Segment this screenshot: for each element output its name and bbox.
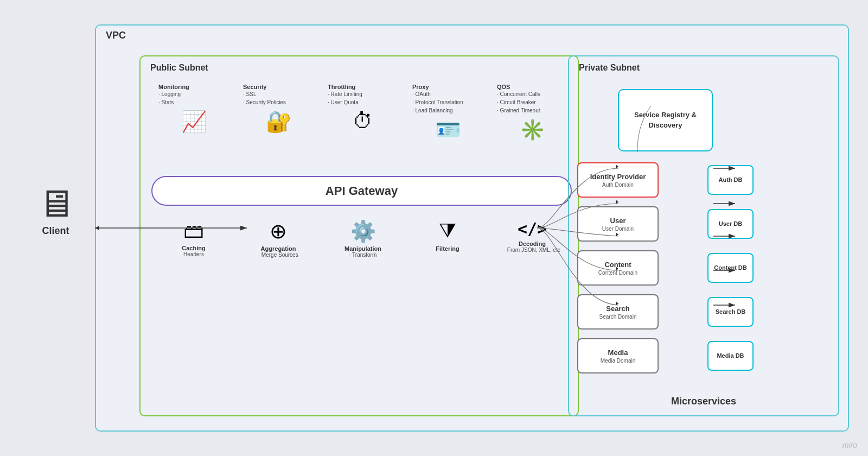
microservices-label: Microservices bbox=[569, 396, 838, 407]
domain-row-search: Search Search Domain Search DB bbox=[577, 294, 832, 330]
private-subnet-box: Private Subnet Service Registry & Discov… bbox=[568, 55, 839, 416]
db-box-media: Media DB bbox=[707, 341, 754, 371]
feature-filtering: ⧩ Filtering bbox=[405, 217, 490, 261]
feature-caching: 🗃 Caching Headers bbox=[151, 217, 236, 261]
feature-qos: QOS · Concurrent Calls· Circuit Breaker·… bbox=[490, 81, 575, 144]
manipulation-icon: ⚙️ bbox=[323, 219, 403, 243]
caching-details: Headers bbox=[154, 251, 233, 257]
filtering-title: Filtering bbox=[408, 245, 487, 252]
vpc-label: VPC bbox=[106, 30, 126, 41]
api-gateway-label: API Gateway bbox=[326, 184, 398, 198]
miro-label: miro bbox=[843, 441, 857, 449]
feature-decoding: </> Decoding · From JSON, XML, etc bbox=[490, 217, 575, 261]
filtering-details bbox=[408, 252, 487, 258]
filtering-icon: ⧩ bbox=[408, 219, 487, 243]
feature-throttling: Throttling · Rate Limiting· User Quota ⏱ bbox=[321, 81, 405, 144]
manipulation-details: · Transform bbox=[323, 252, 403, 258]
content-sub: Content Domain bbox=[598, 270, 637, 276]
domain-box-identity: Identity Provider Auth Domain bbox=[577, 162, 659, 198]
qos-title: QOS bbox=[493, 84, 572, 90]
proxy-title: Proxy bbox=[408, 84, 487, 90]
domain-box-content: Content Content Domain bbox=[577, 250, 659, 286]
content-db-label: Content DB bbox=[714, 264, 747, 271]
decoding-icon: </> bbox=[493, 219, 572, 238]
caching-icon: 🗃 bbox=[154, 219, 233, 243]
proxy-details: · OAuth· Protocol Translation· Load Bala… bbox=[408, 90, 487, 115]
user-sub: User Domain bbox=[602, 226, 634, 232]
throttling-icon: ⏱ bbox=[323, 110, 403, 133]
monitoring-title: Monitoring bbox=[154, 84, 233, 90]
vpc-box: VPC Public Subnet Monitoring · Logging· … bbox=[95, 24, 849, 432]
aggregation-title: Aggregation bbox=[239, 245, 318, 252]
microservices-section: Identity Provider Auth Domain Auth DB Us… bbox=[577, 162, 832, 382]
search-name: Search bbox=[606, 305, 629, 313]
security-icon: 🔐 bbox=[239, 110, 318, 134]
decoding-title: Decoding bbox=[493, 240, 572, 247]
client-label: Client bbox=[16, 225, 95, 237]
auth-db-label: Auth DB bbox=[719, 176, 743, 183]
domain-box-user: User User Domain bbox=[577, 206, 659, 242]
feature-proxy: Proxy · OAuth· Protocol Translation· Loa… bbox=[405, 81, 490, 144]
search-sub: Search Domain bbox=[599, 314, 637, 320]
qos-icon: ✳️ bbox=[493, 118, 572, 142]
service-registry-label: Service Registry & Discovery bbox=[619, 110, 712, 130]
public-subnet-label: Public Subnet bbox=[150, 63, 208, 73]
user-name: User bbox=[610, 217, 626, 225]
feature-aggregation: ⊕ Aggregation · Merge Sources bbox=[236, 217, 321, 261]
features-top-row: Monitoring · Logging· Stats 📈 Security ·… bbox=[151, 81, 575, 144]
user-db-label: User DB bbox=[719, 220, 742, 227]
client-box: 🖥 Client bbox=[16, 185, 95, 237]
db-box-user: User DB bbox=[707, 209, 754, 239]
proxy-icon: 🪪 bbox=[408, 118, 487, 142]
canvas: VPC Public Subnet Monitoring · Logging· … bbox=[0, 0, 868, 456]
feature-security: Security · SSL· Security Policies 🔐 bbox=[236, 81, 321, 144]
domain-box-search: Search Search Domain bbox=[577, 294, 659, 330]
media-name: Media bbox=[608, 349, 628, 357]
manipulation-title: Manipulation bbox=[323, 245, 403, 252]
client-icon: 🖥 bbox=[16, 185, 95, 223]
feature-manipulation: ⚙️ Manipulation · Transform bbox=[321, 217, 405, 261]
qos-details: · Concurrent Calls· Circuit Breaker· Gra… bbox=[493, 90, 572, 115]
throttling-details: · Rate Limiting· User Quota bbox=[323, 90, 403, 106]
public-subnet-box: Public Subnet Monitoring · Logging· Stat… bbox=[139, 55, 579, 416]
identity-name: Identity Provider bbox=[590, 173, 646, 181]
search-db-label: Search DB bbox=[716, 308, 746, 315]
identity-sub: Auth Domain bbox=[602, 182, 634, 188]
media-db-label: Media DB bbox=[717, 352, 744, 359]
domain-row-content: Content Content Domain Content DB bbox=[577, 250, 832, 286]
private-subnet-label: Private Subnet bbox=[579, 63, 640, 73]
db-box-search: Search DB bbox=[707, 297, 754, 327]
content-name: Content bbox=[604, 261, 631, 269]
aggregation-icon: ⊕ bbox=[239, 219, 318, 243]
monitoring-details: · Logging· Stats bbox=[154, 90, 233, 106]
decoding-details: · From JSON, XML, etc bbox=[493, 247, 572, 253]
throttling-title: Throttling bbox=[323, 84, 403, 90]
domain-row-identity: Identity Provider Auth Domain Auth DB bbox=[577, 162, 832, 198]
api-gateway-box: API Gateway bbox=[151, 176, 572, 206]
features-bottom-row: 🗃 Caching Headers ⊕ Aggregation · Merge … bbox=[151, 217, 575, 261]
feature-monitoring: Monitoring · Logging· Stats 📈 bbox=[151, 81, 236, 144]
db-box-auth: Auth DB bbox=[707, 165, 754, 195]
service-registry-box: Service Registry & Discovery bbox=[618, 89, 713, 151]
caching-title: Caching bbox=[154, 245, 233, 251]
media-sub: Media Domain bbox=[601, 358, 635, 364]
domain-box-media: Media Media Domain bbox=[577, 338, 659, 373]
domain-row-media: Media Media Domain Media DB bbox=[577, 338, 832, 373]
monitoring-icon: 📈 bbox=[154, 110, 233, 134]
security-title: Security bbox=[239, 84, 318, 90]
domain-row-user: User User Domain User DB bbox=[577, 206, 832, 242]
db-box-content: Content DB bbox=[707, 253, 754, 283]
aggregation-details: · Merge Sources bbox=[239, 252, 318, 258]
security-details: · SSL· Security Policies bbox=[239, 90, 318, 106]
